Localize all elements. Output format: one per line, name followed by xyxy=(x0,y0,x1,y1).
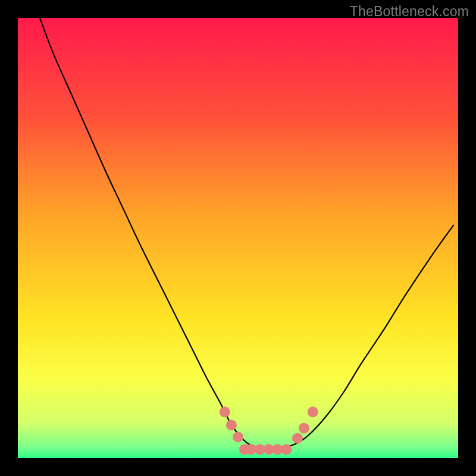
marker-dot xyxy=(226,420,237,431)
marker-dot xyxy=(220,406,230,417)
marker-dot xyxy=(308,406,318,417)
chart-frame xyxy=(18,18,458,458)
marker-dot xyxy=(299,423,309,434)
gradient-background xyxy=(18,18,458,458)
bottleneck-chart xyxy=(18,18,458,458)
marker-dot xyxy=(292,433,303,444)
marker-dot xyxy=(281,444,292,455)
marker-dot xyxy=(233,431,243,442)
watermark-text: TheBottleneck.com xyxy=(350,4,469,20)
